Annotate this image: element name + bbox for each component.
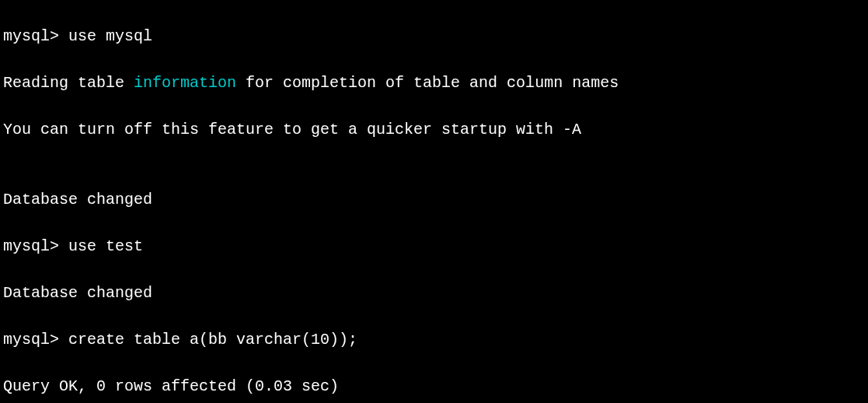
output-query-ok-1: Query OK, 0 rows affected (0.03 sec) bbox=[3, 375, 865, 398]
prompt-line-3: mysql> create table a(bb varchar(10)); bbox=[3, 328, 865, 352]
output-db-changed-2: Database changed bbox=[3, 282, 865, 305]
prompt: mysql> bbox=[3, 27, 68, 45]
output-db-changed-1: Database changed bbox=[3, 188, 865, 212]
terminal-output[interactable]: mysql> use mysql Reading table informati… bbox=[3, 2, 865, 403]
command-use-mysql: use mysql bbox=[68, 27, 152, 45]
command-use-test: use test bbox=[68, 237, 143, 255]
highlighted-information: information bbox=[134, 74, 236, 92]
prompt: mysql> bbox=[3, 237, 68, 255]
output-reading-table: Reading table information for completion… bbox=[3, 72, 865, 95]
prompt-line-1: mysql> use mysql bbox=[3, 25, 865, 48]
command-create-table: create table a(bb varchar(10)); bbox=[68, 331, 357, 349]
output-turn-off: You can turn off this feature to get a q… bbox=[3, 118, 865, 142]
prompt-line-2: mysql> use test bbox=[3, 235, 865, 258]
prompt: mysql> bbox=[3, 331, 68, 349]
